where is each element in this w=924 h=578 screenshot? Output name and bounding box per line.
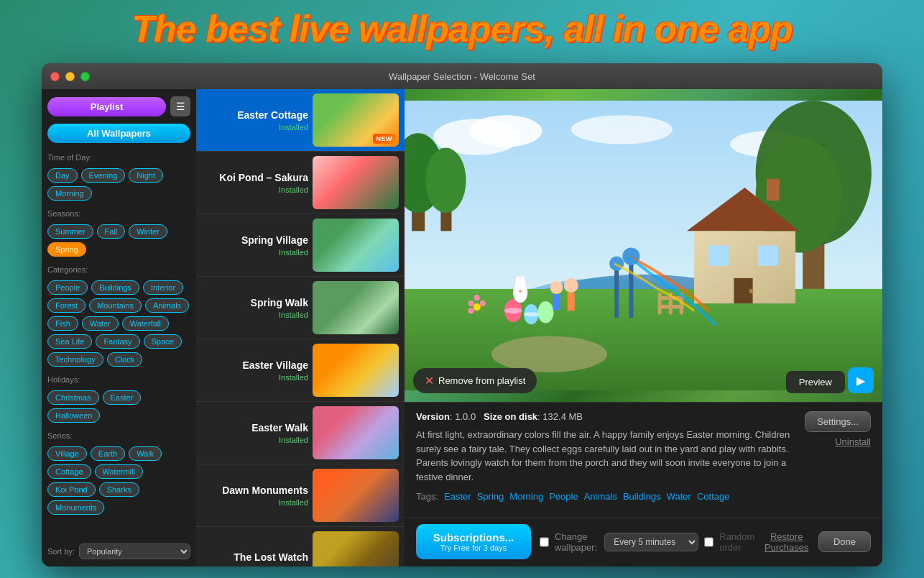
- svg-rect-29: [658, 305, 684, 308]
- time-of-day-label: Time of Day:: [47, 153, 190, 162]
- wallpaper-thumb-lost-watch: [313, 531, 399, 566]
- series-label: Series:: [47, 431, 190, 440]
- wallpaper-thumb-spring-village: [313, 219, 399, 272]
- sort-select[interactable]: Popularity Name Newest: [79, 543, 190, 559]
- remove-from-playlist-button[interactable]: ✕ Remove from playlist: [413, 368, 537, 393]
- filter-watermill[interactable]: Watermill: [95, 464, 143, 479]
- wallpaper-item-koi-pond[interactable]: Koi Pond – Sakura Installed: [196, 152, 405, 214]
- close-button[interactable]: [50, 72, 60, 81]
- all-wallpapers-button[interactable]: All Wallpapers: [47, 124, 190, 143]
- sort-label: Sort by:: [47, 547, 75, 556]
- tag-people[interactable]: People: [549, 491, 578, 502]
- wallpaper-status-easter-walk: Installed: [202, 436, 308, 444]
- svg-point-44: [564, 278, 578, 293]
- uninstall-link[interactable]: Uninstall: [835, 436, 871, 447]
- filter-technology[interactable]: Technology: [47, 352, 103, 367]
- filter-koi-pond[interactable]: Koi Pond: [47, 482, 96, 497]
- filter-christmas[interactable]: Christmas: [47, 390, 99, 405]
- playlist-button[interactable]: Playlist: [47, 97, 166, 116]
- svg-point-42: [474, 295, 480, 301]
- filter-monuments[interactable]: Monuments: [47, 500, 104, 515]
- filter-winter[interactable]: Winter: [129, 224, 167, 239]
- settings-button[interactable]: Settings...: [805, 411, 871, 432]
- filter-sea-life[interactable]: Sea Life: [47, 334, 92, 349]
- restore-purchases-button[interactable]: Restore Purchases: [763, 531, 810, 553]
- detail-panel: ✕ Remove from playlist Preview ▶ Version…: [405, 89, 882, 566]
- filter-forest[interactable]: Forest: [47, 298, 86, 313]
- filter-morning[interactable]: Morning: [47, 186, 92, 201]
- sidebar: Playlist ☰ All Wallpapers Time of Day: D…: [42, 89, 196, 566]
- minimize-button[interactable]: [65, 72, 75, 81]
- filter-cottage[interactable]: Cottage: [47, 464, 91, 479]
- random-order-checkbox[interactable]: [704, 537, 713, 547]
- wallpaper-thumb-easter-walk: [313, 406, 399, 459]
- filter-space[interactable]: Space: [144, 334, 182, 349]
- filter-animals[interactable]: Animals: [145, 298, 189, 313]
- list-view-button[interactable]: ☰: [170, 96, 190, 116]
- tag-spring[interactable]: Spring: [477, 491, 504, 502]
- change-wallpaper-checkbox[interactable]: [540, 537, 549, 547]
- wallpaper-item-spring-village[interactable]: Spring Village Installed: [196, 214, 405, 277]
- wallpaper-item-spring-walk[interactable]: Spring Walk Installed: [196, 277, 405, 339]
- filter-halloween[interactable]: Halloween: [47, 408, 100, 423]
- wallpaper-info-koi-pond: Koi Pond – Sakura Installed: [202, 171, 313, 194]
- filter-night[interactable]: Night: [129, 168, 163, 183]
- svg-rect-21: [758, 246, 778, 266]
- filter-waterfall[interactable]: Waterfall: [122, 316, 169, 331]
- tag-easter[interactable]: Easter: [444, 491, 471, 502]
- svg-point-37: [524, 312, 538, 316]
- tag-buildings[interactable]: Buildings: [623, 491, 661, 502]
- wallpaper-name-spring-walk: Spring Walk: [202, 296, 308, 309]
- filter-people[interactable]: People: [47, 280, 88, 295]
- filter-evening[interactable]: Evening: [81, 168, 126, 183]
- filter-summer[interactable]: Summer: [47, 224, 93, 239]
- wallpaper-item-dawn-monuments[interactable]: Dawn Monuments Installed: [196, 464, 405, 527]
- app-title: The best live wallpapers, all in one app: [0, 0, 924, 56]
- filter-earth[interactable]: Earth: [91, 446, 125, 461]
- filter-sharks[interactable]: Sharks: [99, 482, 139, 497]
- change-interval-select[interactable]: Every 5 minutes Every 10 minutes Every 3…: [604, 533, 698, 551]
- detail-scene-svg: [405, 89, 882, 402]
- svg-point-40: [468, 301, 474, 306]
- wallpaper-info-easter-cottage: Easter Cottage Installed: [202, 109, 313, 132]
- svg-rect-25: [658, 293, 662, 314]
- filter-mountains[interactable]: Mountains: [89, 298, 142, 313]
- wallpaper-item-easter-village[interactable]: Easter Village Installed: [196, 339, 405, 402]
- filter-village[interactable]: Village: [47, 446, 87, 461]
- detail-image-background: [405, 89, 882, 402]
- time-of-day-filters: Day Evening Night Morning: [47, 168, 190, 201]
- filter-spring[interactable]: Spring: [47, 242, 86, 257]
- main-window: Wallpaper Selection - Welcome Set Playli…: [42, 63, 882, 566]
- tag-animals[interactable]: Animals: [584, 491, 617, 502]
- filter-fantasy[interactable]: Fantasy: [96, 334, 139, 349]
- svg-rect-32: [614, 267, 619, 318]
- series-filters: Village Earth Walk Cottage Watermill Koi…: [47, 446, 190, 515]
- info-main-row: Version: 1.0.0 Size on disk: 132.4 MB At…: [416, 411, 871, 509]
- wallpaper-item-easter-walk[interactable]: Easter Walk Installed: [196, 402, 405, 464]
- done-button[interactable]: Done: [818, 531, 871, 552]
- svg-rect-20: [708, 246, 729, 266]
- preview-button[interactable]: Preview: [786, 371, 845, 393]
- maximize-button[interactable]: [80, 72, 90, 81]
- tag-morning[interactable]: Morning: [509, 491, 543, 502]
- svg-point-17: [491, 336, 607, 372]
- wallpaper-item-lost-watch[interactable]: The Lost Watch: [196, 527, 405, 566]
- filter-day[interactable]: Day: [47, 168, 78, 183]
- tag-cottage[interactable]: Cottage: [697, 491, 730, 502]
- filter-easter[interactable]: Easter: [103, 390, 142, 405]
- filter-fall[interactable]: Fall: [97, 224, 126, 239]
- filter-walk[interactable]: Walk: [129, 446, 162, 461]
- play-button[interactable]: ▶: [848, 367, 874, 393]
- holidays-filters: Christmas Easter Halloween: [47, 390, 190, 423]
- filter-clock[interactable]: Clock: [107, 352, 143, 367]
- svg-point-51: [519, 290, 522, 293]
- tag-water[interactable]: Water: [667, 491, 691, 502]
- filter-fish[interactable]: Fish: [47, 316, 78, 331]
- wallpaper-name-easter-walk: Easter Walk: [202, 421, 308, 434]
- subscriptions-button[interactable]: Subscriptions... Try Free for 3 days: [416, 524, 531, 559]
- wallpaper-item-easter-cottage[interactable]: Easter Cottage Installed NEW: [196, 89, 405, 152]
- filter-buildings[interactable]: Buildings: [91, 280, 139, 295]
- filter-interior[interactable]: Interior: [143, 280, 183, 295]
- filter-water[interactable]: Water: [82, 316, 119, 331]
- svg-point-35: [504, 308, 522, 313]
